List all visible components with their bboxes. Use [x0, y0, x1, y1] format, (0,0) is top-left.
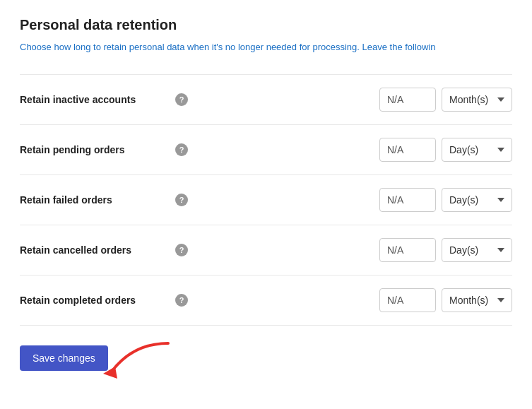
- row-controls-pending-orders: Day(s)Month(s)Year(s): [379, 138, 512, 162]
- unit-select-cancelled-orders[interactable]: Day(s)Month(s)Year(s): [442, 238, 512, 262]
- help-icon-inactive-accounts[interactable]: ?: [175, 93, 188, 106]
- settings-row-pending-orders: Retain pending orders?Day(s)Month(s)Year…: [20, 125, 512, 175]
- settings-row-failed-orders: Retain failed orders?Day(s)Month(s)Year(…: [20, 175, 512, 225]
- page-container: Personal data retention Choose how long …: [0, 0, 532, 409]
- unit-select-inactive-accounts[interactable]: Month(s)Day(s)Year(s): [442, 88, 512, 112]
- row-label-completed-orders: Retain completed orders: [20, 295, 175, 306]
- value-input-pending-orders[interactable]: [379, 138, 436, 162]
- value-input-completed-orders[interactable]: [379, 288, 436, 312]
- row-label-cancelled-orders: Retain cancelled orders: [20, 244, 175, 256]
- row-controls-failed-orders: Day(s)Month(s)Year(s): [379, 188, 512, 212]
- save-button[interactable]: Save changes: [20, 345, 108, 371]
- help-icon-cancelled-orders[interactable]: ?: [175, 244, 188, 256]
- settings-row-completed-orders: Retain completed orders?Month(s)Day(s)Ye…: [20, 275, 512, 326]
- settings-row-inactive-accounts: Retain inactive accounts?Month(s)Day(s)Y…: [20, 74, 512, 125]
- row-controls-completed-orders: Month(s)Day(s)Year(s): [379, 288, 512, 312]
- row-label-failed-orders: Retain failed orders: [20, 194, 175, 206]
- row-controls-cancelled-orders: Day(s)Month(s)Year(s): [379, 238, 512, 262]
- settings-rows: Retain inactive accounts?Month(s)Day(s)Y…: [20, 74, 512, 326]
- page-title: Personal data retention: [20, 17, 512, 33]
- value-input-failed-orders[interactable]: [379, 188, 436, 212]
- bottom-section: Save changes: [20, 340, 512, 371]
- unit-select-completed-orders[interactable]: Month(s)Day(s)Year(s): [442, 288, 512, 312]
- row-label-inactive-accounts: Retain inactive accounts: [20, 94, 175, 105]
- help-icon-failed-orders[interactable]: ?: [175, 194, 188, 206]
- page-description: Choose how long to retain personal data …: [20, 40, 512, 54]
- unit-select-failed-orders[interactable]: Day(s)Month(s)Year(s): [442, 188, 512, 212]
- value-input-inactive-accounts[interactable]: [379, 88, 436, 112]
- help-icon-completed-orders[interactable]: ?: [175, 294, 188, 307]
- unit-select-pending-orders[interactable]: Day(s)Month(s)Year(s): [442, 138, 512, 162]
- help-icon-pending-orders[interactable]: ?: [175, 143, 188, 156]
- row-controls-inactive-accounts: Month(s)Day(s)Year(s): [379, 88, 512, 112]
- settings-row-cancelled-orders: Retain cancelled orders?Day(s)Month(s)Ye…: [20, 225, 512, 275]
- row-label-pending-orders: Retain pending orders: [20, 144, 175, 155]
- value-input-cancelled-orders[interactable]: [379, 238, 436, 262]
